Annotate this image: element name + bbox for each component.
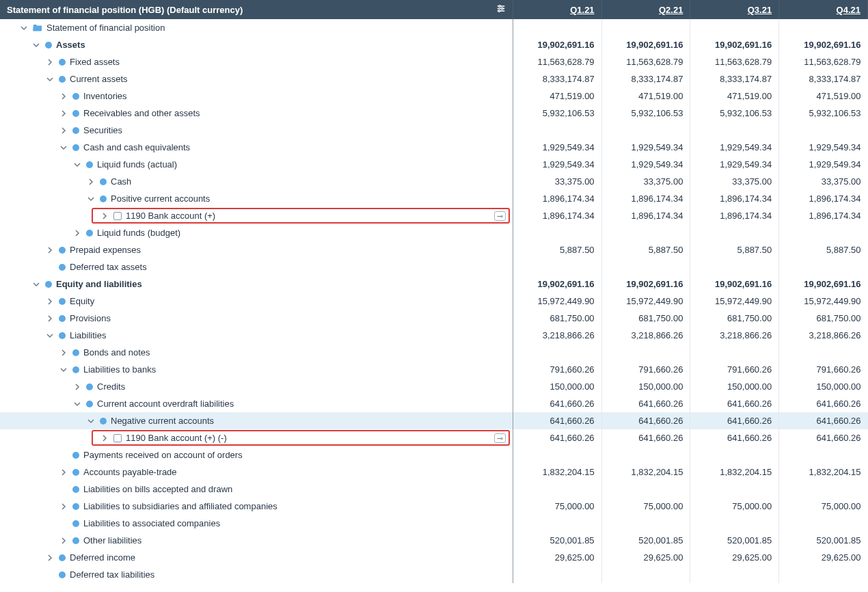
table-row[interactable]: Equity15,972,449.9015,972,449.9015,972,4… bbox=[0, 293, 868, 310]
cell-value: 33,375.00 bbox=[690, 173, 779, 190]
period-header-q1[interactable]: Q1.21 bbox=[513, 0, 601, 19]
table-row[interactable]: Prepaid expenses5,887.505,887.505,887.50… bbox=[0, 241, 868, 258]
chevron-down-icon[interactable] bbox=[72, 161, 82, 168]
table-row[interactable]: Liabilities to subsidiaries and affiliat… bbox=[0, 498, 868, 515]
table-row[interactable]: Liabilities to banks791,660.26791,660.26… bbox=[0, 361, 868, 378]
chevron-down-icon[interactable] bbox=[31, 281, 41, 288]
kpi-badge-icon[interactable]: ⊸ bbox=[494, 433, 506, 443]
chevron-right-icon[interactable] bbox=[45, 298, 55, 305]
table-row[interactable]: Current account overdraft liabilities641… bbox=[0, 395, 868, 412]
table-row[interactable]: Liabilities on bills accepted and drawn bbox=[0, 481, 868, 498]
table-row[interactable]: Liquid funds (actual)1,929,549.341,929,5… bbox=[0, 156, 868, 173]
table-row[interactable]: Liabilities3,218,866.263,218,866.263,218… bbox=[0, 327, 868, 344]
row-label: Negative current accounts bbox=[111, 416, 214, 426]
cell-value: 1,896,174.34 bbox=[601, 207, 690, 224]
chevron-right-icon[interactable] bbox=[59, 503, 68, 510]
bullet-icon bbox=[100, 178, 107, 185]
period-header-q2[interactable]: Q2.21 bbox=[601, 0, 690, 19]
chevron-right-icon[interactable] bbox=[100, 435, 109, 442]
chevron-right-icon[interactable] bbox=[59, 537, 68, 544]
cell-value: 641,660.26 bbox=[779, 412, 868, 429]
table-row[interactable]: Fixed assets11,563,628.7911,563,628.7911… bbox=[0, 53, 868, 70]
table-row[interactable]: Provisions681,750.00681,750.00681,750.00… bbox=[0, 310, 868, 327]
table-row[interactable]: Receivables and other assets5,932,106.53… bbox=[0, 105, 868, 122]
chevron-right-icon[interactable] bbox=[72, 384, 82, 390]
table-row[interactable]: Deferred tax liabilities bbox=[0, 566, 868, 583]
chevron-right-icon[interactable] bbox=[45, 554, 55, 561]
bullet-icon bbox=[86, 401, 93, 407]
table-row[interactable]: Cash and cash equivalents1,929,549.341,9… bbox=[0, 139, 868, 156]
cell-value: 791,660.26 bbox=[601, 361, 690, 378]
chevron-down-icon[interactable] bbox=[19, 25, 29, 31]
table-row[interactable]: 1190 Bank account (+)⊸1,896,174.341,896,… bbox=[0, 207, 868, 224]
chevron-right-icon[interactable] bbox=[59, 127, 68, 134]
chevron-down-icon[interactable] bbox=[59, 144, 68, 151]
bullet-icon bbox=[45, 42, 52, 49]
table-row[interactable]: Equity and liabilities19,902,691.1619,90… bbox=[0, 275, 868, 293]
chevron-down-icon[interactable] bbox=[86, 196, 96, 202]
bullet-icon bbox=[59, 264, 66, 271]
chevron-right-icon[interactable] bbox=[86, 178, 96, 185]
account-box-icon bbox=[113, 434, 122, 442]
chevron-down-icon[interactable] bbox=[59, 366, 68, 373]
cell-value: 150,000.00 bbox=[513, 378, 601, 395]
table-row[interactable]: Liabilities to associated companies bbox=[0, 515, 868, 532]
bullet-icon bbox=[72, 93, 79, 100]
chevron-down-icon[interactable] bbox=[45, 76, 55, 83]
bullet-icon bbox=[72, 349, 79, 356]
cell-value: 1,896,174.34 bbox=[513, 207, 601, 224]
kpi-badge-icon[interactable]: ⊸ bbox=[494, 211, 506, 221]
chevron-down-icon[interactable] bbox=[31, 42, 41, 49]
period-header-q3[interactable]: Q3.21 bbox=[690, 0, 779, 19]
cell-value: 5,932,106.53 bbox=[601, 105, 690, 122]
cell-value: 15,972,449.90 bbox=[601, 293, 690, 310]
bullet-icon bbox=[59, 59, 66, 66]
row-label: Cash bbox=[111, 176, 131, 187]
table-row[interactable]: Statement of financial position bbox=[0, 19, 868, 36]
chevron-right-icon[interactable] bbox=[100, 213, 109, 219]
cell-value: 1,896,174.34 bbox=[690, 207, 779, 224]
table-row[interactable]: Accounts payable-trade1,832,204.151,832,… bbox=[0, 463, 868, 481]
cell-value: 29,625.00 bbox=[779, 549, 868, 566]
svg-point-3 bbox=[501, 8, 503, 10]
table-row[interactable]: Deferred income29,625.0029,625.0029,625.… bbox=[0, 549, 868, 566]
chevron-right-icon[interactable] bbox=[45, 59, 55, 66]
bullet-icon bbox=[59, 76, 66, 83]
table-row[interactable]: Bonds and notes bbox=[0, 344, 868, 361]
chevron-right-icon[interactable] bbox=[45, 315, 55, 322]
table-row[interactable]: Liquid funds (budget) bbox=[0, 224, 868, 241]
table-row[interactable]: Inventories471,519.00471,519.00471,519.0… bbox=[0, 88, 868, 105]
table-row[interactable]: Negative current accounts641,660.26641,6… bbox=[0, 412, 868, 429]
table-row[interactable]: Other liabilities520,001.85520,001.85520… bbox=[0, 532, 868, 549]
table-row[interactable]: Positive current accounts1,896,174.341,8… bbox=[0, 190, 868, 207]
table-row[interactable]: Credits150,000.00150,000.00150,000.00150… bbox=[0, 378, 868, 395]
chevron-right-icon[interactable] bbox=[72, 230, 82, 237]
period-header-q4[interactable]: Q4.21 bbox=[779, 0, 868, 19]
chevron-right-icon[interactable] bbox=[59, 93, 68, 100]
cell-value: 520,001.85 bbox=[690, 532, 779, 549]
chevron-right-icon[interactable] bbox=[59, 349, 68, 356]
bullet-icon bbox=[72, 366, 79, 373]
settings-icon[interactable] bbox=[496, 4, 506, 16]
table-row[interactable]: Current assets8,333,174.878,333,174.878,… bbox=[0, 70, 868, 88]
table-row[interactable]: Payments received on account of orders bbox=[0, 446, 868, 463]
chevron-right-icon[interactable] bbox=[59, 110, 68, 117]
table-row[interactable]: Securities bbox=[0, 122, 868, 139]
table-row[interactable]: Cash33,375.0033,375.0033,375.0033,375.00 bbox=[0, 173, 868, 190]
chevron-right-icon[interactable] bbox=[45, 247, 55, 254]
chevron-down-icon[interactable] bbox=[86, 418, 96, 425]
table-row[interactable]: Deferred tax assets bbox=[0, 258, 868, 275]
cell-value bbox=[601, 446, 690, 463]
cell-value: 471,519.00 bbox=[601, 88, 690, 105]
cell-value: 8,333,174.87 bbox=[690, 70, 779, 88]
cell-value: 29,625.00 bbox=[690, 549, 779, 566]
table-row[interactable]: 1190 Bank account (+) (-)⊸641,660.26641,… bbox=[0, 429, 868, 446]
table-row[interactable]: Assets19,902,691.1619,902,691.1619,902,6… bbox=[0, 36, 868, 53]
bullet-icon bbox=[72, 503, 79, 510]
cell-value: 5,932,106.53 bbox=[779, 105, 868, 122]
chevron-right-icon[interactable] bbox=[59, 469, 68, 476]
cell-value: 15,972,449.90 bbox=[513, 293, 601, 310]
cell-value: 681,750.00 bbox=[513, 310, 601, 327]
chevron-down-icon[interactable] bbox=[72, 401, 82, 407]
chevron-down-icon[interactable] bbox=[45, 332, 55, 339]
